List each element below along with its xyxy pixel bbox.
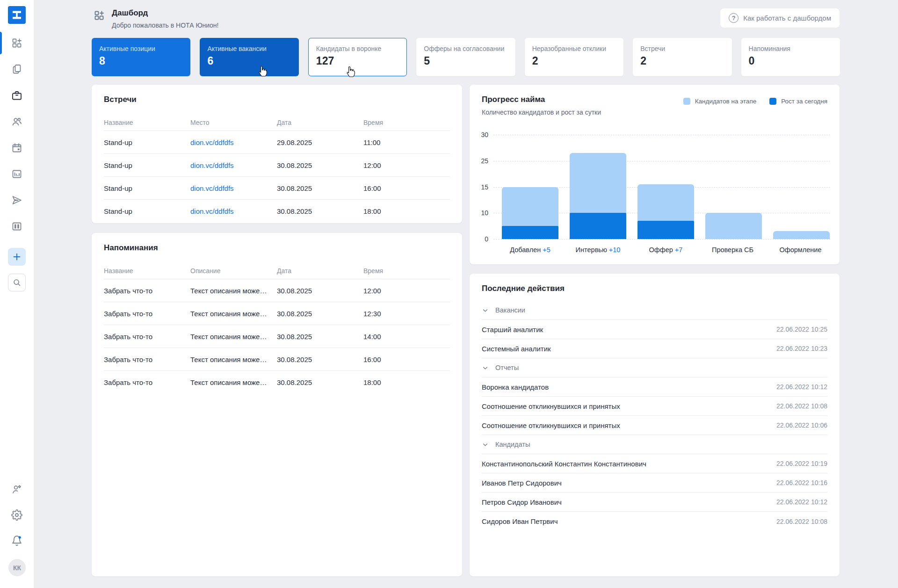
hiring-progress-panel: Прогресс найма Количество кандидатов и р…: [470, 85, 840, 264]
column-header: Название: [104, 119, 190, 126]
meeting-row: Stand-up dion.vc/ddfdfs 30.08.2025 16:00: [104, 177, 450, 200]
action-datetime: 22.06.2022 10:19: [776, 460, 827, 467]
bar-group-5[interactable]: [773, 135, 830, 239]
sidebar-item-calendar[interactable]: [0, 138, 34, 157]
help-button[interactable]: Как работать с дашбордом: [720, 8, 840, 28]
search-button[interactable]: [8, 274, 26, 291]
actions-section-label: Вакансии: [495, 306, 525, 314]
bar-group-1[interactable]: [502, 135, 558, 239]
meetings-table: Название Место Дата Время Stand-up dion.…: [104, 114, 450, 223]
action-row[interactable]: Воронка кандидатов 22.06.2022 10:12: [482, 377, 827, 397]
reminder-time: 14:00: [363, 333, 450, 341]
reminder-date: 30.08.2025: [277, 310, 363, 318]
bar-group-3[interactable]: [637, 135, 694, 239]
stat-card[interactable]: Кандидаты в воронке 127: [308, 38, 407, 76]
column-header: Дата: [277, 267, 363, 275]
column-header: Время: [363, 119, 450, 126]
actions-section-header[interactable]: Отчеты: [482, 358, 827, 377]
help-button-label: Как работать с дашбордом: [743, 14, 831, 22]
action-name: Соотношение откликнувшихся и принятых: [482, 402, 620, 410]
x-axis-label: Интервью+10: [570, 246, 626, 254]
stat-card[interactable]: Офферы на согласовании 5: [416, 38, 515, 76]
sidebar: КК: [0, 0, 34, 588]
sidebar-item-user-settings[interactable]: [0, 480, 34, 499]
actions-section-header[interactable]: Вакансии: [482, 301, 827, 320]
stat-card[interactable]: Активные вакансии 6: [200, 38, 298, 76]
stat-card[interactable]: Встречи 2: [633, 38, 731, 76]
sidebar-item-kanban[interactable]: [0, 217, 34, 236]
action-name: Константинопольский Константин Константи…: [482, 460, 646, 468]
reminder-time: 12:00: [363, 287, 450, 295]
meeting-place-link[interactable]: dion.vc/ddfdfs: [190, 207, 234, 215]
report-icon: [11, 168, 22, 180]
meeting-time: 18:00: [363, 207, 450, 215]
reminder-row: Забрать что-то Текст описания може… 30.0…: [104, 325, 450, 348]
reminder-name: Забрать что-то: [104, 378, 190, 386]
sidebar-item-dashboard[interactable]: [0, 34, 34, 52]
action-row[interactable]: Петров Сидор Иванович 22.06.2022 10:12: [482, 493, 827, 512]
dashboard-icon: [11, 37, 22, 49]
nota-logo[interactable]: [8, 6, 26, 24]
avatar[interactable]: КК: [8, 559, 26, 576]
add-button[interactable]: [8, 248, 26, 266]
stat-card[interactable]: Неразобранные отклики 2: [525, 38, 623, 76]
action-row[interactable]: Соотношение откликнувшихся и принятых 22…: [482, 416, 827, 435]
sidebar-item-vacancies[interactable]: [0, 86, 34, 105]
meeting-name: Stand-up: [104, 207, 190, 215]
sidebar-item-notifications[interactable]: [0, 531, 34, 550]
meeting-place-link[interactable]: dion.vc/ddfdfs: [190, 161, 234, 169]
meeting-name: Stand-up: [104, 138, 190, 146]
chevron-down-icon: [482, 364, 489, 371]
sidebar-item-settings[interactable]: [0, 506, 34, 524]
y-axis-tick: 30: [470, 131, 488, 138]
stat-card-label: Напоминания: [749, 45, 833, 52]
action-row[interactable]: Константинопольский Константин Константи…: [482, 454, 827, 473]
stat-card-value: 8: [99, 55, 183, 67]
bar-group-2[interactable]: [570, 135, 626, 239]
x-axis-label: Добавлен+5: [502, 246, 558, 254]
reminder-description: Текст описания може…: [190, 333, 277, 341]
reminder-row: Забрать что-то Текст описания може… 30.0…: [104, 348, 450, 371]
column-header: Описание: [190, 267, 277, 275]
legend-swatch: [769, 98, 776, 105]
action-name: Старший аналитик: [482, 326, 543, 334]
y-axis-tick: 15: [470, 183, 488, 191]
meeting-place-link[interactable]: dion.vc/ddfdfs: [190, 138, 234, 146]
bar-group-4[interactable]: [705, 135, 762, 239]
page-title: Дашборд: [112, 8, 218, 18]
action-datetime: 22.06.2022 10:23: [776, 345, 827, 352]
action-row[interactable]: Соотношение откликнувшихся и принятых 22…: [482, 397, 827, 416]
meeting-row: Stand-up dion.vc/ddfdfs 30.08.2025 18:00: [104, 200, 450, 223]
bar-candidates: [773, 231, 830, 239]
action-row[interactable]: Старший аналитик 22.06.2022 10:25: [482, 320, 827, 339]
sidebar-item-mailing[interactable]: [0, 191, 34, 210]
calendar-icon: [11, 142, 22, 153]
bar-growth: [502, 226, 558, 239]
action-name: Сидоров Иван Петрвич: [482, 517, 558, 525]
meeting-name: Stand-up: [104, 184, 190, 192]
legend-label: Рост за сегодня: [781, 98, 827, 105]
legend-item: Рост за сегодня: [769, 98, 827, 105]
reminder-name: Забрать что-то: [104, 287, 190, 295]
stat-card[interactable]: Активные позиции 8: [92, 38, 190, 76]
sidebar-item-candidates[interactable]: [0, 112, 34, 131]
meeting-date: 30.08.2025: [277, 161, 363, 169]
user-gear-icon: [11, 484, 22, 495]
action-row[interactable]: Системный аналитик 22.06.2022 10:23: [482, 339, 827, 358]
meeting-place-link[interactable]: dion.vc/ddfdfs: [190, 184, 234, 192]
actions-section-header[interactable]: Кандидаты: [482, 435, 827, 454]
action-row[interactable]: Сидоров Иван Петрвич 22.06.2022 10:08: [482, 512, 827, 531]
stat-card[interactable]: Напоминания 0: [741, 38, 840, 76]
plus-icon: [12, 252, 22, 262]
reminder-name: Забрать что-то: [104, 356, 190, 363]
actions-list: Вакансии Старший аналитик 22.06.2022 10:…: [482, 301, 827, 531]
action-row[interactable]: Иванов Петр Сидорович 22.06.2022 10:16: [482, 473, 827, 493]
y-axis-tick: 0: [470, 235, 488, 243]
send-icon: [11, 195, 22, 206]
reminder-row: Забрать что-то Текст описания може… 30.0…: [104, 371, 450, 394]
sidebar-item-reports[interactable]: [0, 165, 34, 183]
stat-card-value: 0: [749, 55, 833, 67]
page-subtitle: Добро пожаловать в НОТА Юнион!: [112, 22, 218, 29]
kanban-icon: [11, 221, 22, 232]
sidebar-item-documents[interactable]: [0, 60, 34, 79]
